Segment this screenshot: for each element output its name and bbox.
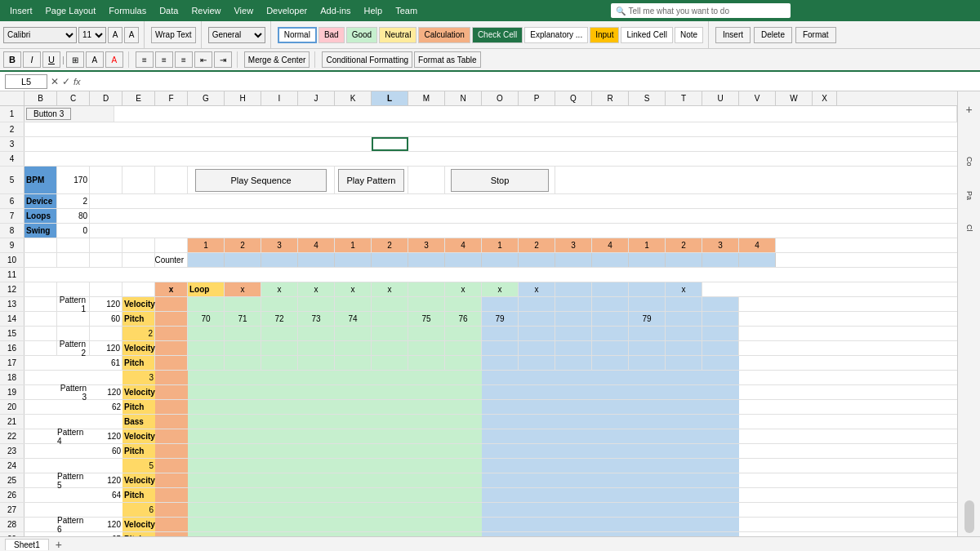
style-explanatory-button[interactable]: Explanatory ... xyxy=(524,27,588,43)
function-icon[interactable]: fx xyxy=(74,77,81,87)
format-as-table-button[interactable]: Format as Table xyxy=(414,51,481,68)
style-neutral-button[interactable]: Neutral xyxy=(379,27,416,43)
tab-developer[interactable]: Developer xyxy=(260,2,314,19)
sheet-tab[interactable]: Sheet1 xyxy=(5,539,49,550)
increase-font-button[interactable]: A xyxy=(108,27,122,43)
tab-add-ins[interactable]: Add-ins xyxy=(314,2,357,19)
search-icon: 🔍 xyxy=(616,7,626,16)
italic-button[interactable]: I xyxy=(23,51,41,68)
wrap-text-button[interactable]: Wrap Text xyxy=(151,27,196,43)
style-note-button[interactable]: Note xyxy=(675,27,703,43)
tab-help[interactable]: Help xyxy=(358,2,390,19)
play-pattern-button[interactable]: Play Pattern xyxy=(338,169,403,192)
font-color-button[interactable]: A xyxy=(105,51,123,68)
cell-b7-loops[interactable]: Loops xyxy=(24,209,57,223)
merge-center-button[interactable]: Merge & Center xyxy=(244,51,310,68)
stop-button[interactable]: Stop xyxy=(451,169,550,192)
button3[interactable]: Button 3 xyxy=(26,108,71,120)
delete-button[interactable]: Delete xyxy=(754,27,792,43)
beat-14: 2 xyxy=(666,238,702,252)
counter-label: Counter xyxy=(155,253,188,267)
row-num-8: 8 xyxy=(0,224,24,238)
tab-formulas[interactable]: Formulas xyxy=(102,2,153,19)
scrollbar-thumb[interactable] xyxy=(964,500,974,533)
col-header-b: B xyxy=(24,91,57,105)
tab-insert[interactable]: Insert xyxy=(3,2,39,19)
col-header-o: O xyxy=(482,91,519,105)
beat-10: 2 xyxy=(519,238,555,252)
col-header-q: Q xyxy=(555,91,592,105)
beat-13: 1 xyxy=(629,238,666,252)
beat-6: 2 xyxy=(372,238,408,252)
add-sheet-button[interactable]: + xyxy=(52,538,65,551)
right-panel-plus[interactable]: + xyxy=(965,103,972,116)
row-num-6: 6 xyxy=(0,194,24,208)
col-header-e: E xyxy=(122,91,155,105)
cell-b6-device[interactable]: Device xyxy=(24,194,57,208)
col-header-u: U xyxy=(702,91,739,105)
cell-b5[interactable]: BPM xyxy=(24,167,57,193)
play-sequence-button[interactable]: Play Sequence xyxy=(195,169,327,192)
style-bad-button[interactable]: Bad xyxy=(318,27,345,43)
cell-c5[interactable]: 170 xyxy=(57,167,90,193)
style-linked-cell-button[interactable]: Linked Cell xyxy=(621,27,672,43)
cell-c7-loops-val[interactable]: 80 xyxy=(57,209,90,223)
name-box[interactable] xyxy=(5,74,47,89)
tab-review[interactable]: Review xyxy=(185,2,227,19)
cell-b1[interactable]: Button 3 xyxy=(24,106,114,122)
fill-color-button[interactable]: A xyxy=(86,51,104,68)
beat-15: 3 xyxy=(702,238,739,252)
col-header-r: R xyxy=(592,91,629,105)
size-select[interactable]: 11 xyxy=(78,27,106,43)
beat-12: 4 xyxy=(592,238,629,252)
format-button[interactable]: Format xyxy=(795,27,836,43)
style-normal-button[interactable]: Normal xyxy=(278,27,317,43)
insert-button[interactable]: Insert xyxy=(715,27,751,43)
col-header-c: C xyxy=(57,91,90,105)
cell-c6-device-val[interactable]: 2 xyxy=(57,194,90,208)
beat-4: 4 xyxy=(298,238,335,252)
tab-page-layout[interactable]: Page Layout xyxy=(39,2,103,19)
number-format-select[interactable]: General xyxy=(208,27,265,43)
indent-dec-button[interactable]: ⇤ xyxy=(194,51,212,68)
style-input-button[interactable]: Input xyxy=(590,27,619,43)
row-num-3: 3 xyxy=(0,137,24,151)
style-check-cell-button[interactable]: Check Cell xyxy=(472,27,523,43)
decrease-font-button[interactable]: A xyxy=(124,27,139,43)
style-good-button[interactable]: Good xyxy=(346,27,377,43)
border-button[interactable]: ⊞ xyxy=(66,51,84,68)
col-header-k: K xyxy=(335,91,372,105)
confirm-icon[interactable]: ✓ xyxy=(62,76,70,87)
col-header-g: G xyxy=(188,91,225,105)
indent-inc-button[interactable]: ⇥ xyxy=(214,51,232,68)
col-header-s: S xyxy=(629,91,666,105)
col-header-h: H xyxy=(225,91,261,105)
align-right-button[interactable]: ≡ xyxy=(175,51,193,68)
right-panel-co: Co xyxy=(965,157,973,167)
cell-l3-selected[interactable] xyxy=(372,137,408,151)
row-num-4: 4 xyxy=(0,152,24,166)
align-left-button[interactable]: ≡ xyxy=(136,51,154,68)
underline-button[interactable]: U xyxy=(42,51,60,68)
align-center-button[interactable]: ≡ xyxy=(155,51,173,68)
tab-view[interactable]: View xyxy=(227,2,260,19)
search-label: Tell me what you want to do xyxy=(629,7,729,16)
beat-1: 1 xyxy=(188,238,225,252)
right-panel-pa: Pa xyxy=(965,191,973,200)
formula-input[interactable] xyxy=(84,77,975,87)
row-num-2: 2 xyxy=(0,122,24,136)
style-calculation-button[interactable]: Calculation xyxy=(418,27,470,43)
tab-data[interactable]: Data xyxy=(153,2,185,19)
col-header-w: W xyxy=(776,91,813,105)
tab-team[interactable]: Team xyxy=(389,2,424,19)
beat-9: 1 xyxy=(482,238,519,252)
beat-8: 4 xyxy=(445,238,482,252)
beat-16: 4 xyxy=(739,238,776,252)
font-select[interactable]: Calibri xyxy=(3,27,77,43)
bold-button[interactable]: B xyxy=(3,51,21,68)
conditional-formatting-button[interactable]: Conditional Formatting xyxy=(322,51,412,68)
beat-5: 1 xyxy=(335,238,372,252)
cancel-icon[interactable]: ✕ xyxy=(51,76,59,87)
cell-c8-swing-val[interactable]: 0 xyxy=(57,224,90,238)
cell-b8-swing[interactable]: Swing xyxy=(24,224,57,238)
